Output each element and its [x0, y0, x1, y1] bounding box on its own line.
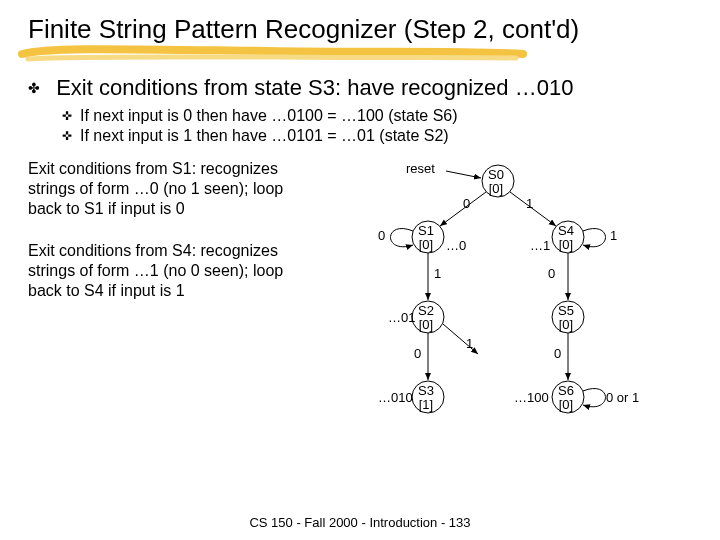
edge-s1-s2: 1 — [434, 267, 441, 281]
node-s6-name: S6 — [558, 383, 574, 398]
edge-s2-s3: 0 — [414, 347, 421, 361]
node-s5-name: S5 — [558, 303, 574, 318]
node-s0-out: [0] — [489, 181, 503, 196]
slide-title: Finite String Pattern Recognizer (Step 2… — [28, 14, 692, 45]
node-s3-name: S3 — [418, 383, 434, 398]
tag-s2: …01 — [388, 311, 415, 325]
edge-s4-loop: 1 — [610, 229, 617, 243]
node-s4-name: S4 — [558, 223, 574, 238]
node-s1-name: S1 — [418, 223, 434, 238]
node-s5-out: [0] — [559, 317, 573, 332]
node-s2-out: [0] — [419, 317, 433, 332]
state-diagram: reset S0[0] S1[0] S4[0] S2[0] S5[0] S3[1… — [288, 159, 692, 429]
node-s0-name: S0 — [488, 167, 504, 182]
edge-s2-out1: 1 — [466, 337, 473, 351]
node-s2-name: S2 — [418, 303, 434, 318]
edge-s1-loop: 0 — [378, 229, 385, 243]
bullet-main: Exit conditions from state S3: have reco… — [28, 75, 692, 145]
node-s1-out: [0] — [419, 237, 433, 252]
sub-bullet-a: If next input is 0 then have …0100 = …10… — [62, 107, 692, 125]
title-underline — [28, 47, 692, 61]
para-s4: Exit conditions from S4: recognizes stri… — [28, 241, 288, 301]
para-s1: Exit conditions from S1: recognizes stri… — [28, 159, 288, 219]
bullet-main-text: Exit conditions from state S3: have reco… — [56, 75, 573, 100]
tag-s6: …100 — [514, 391, 549, 405]
svg-line-7 — [446, 171, 481, 178]
edge-s0-s1: 0 — [463, 197, 470, 211]
node-s6-out: [0] — [559, 397, 573, 412]
tag-s4: …1 — [530, 239, 550, 253]
sub-bullet-b: If next input is 1 then have …0101 = …01… — [62, 127, 692, 145]
edge-s0-s4: 1 — [526, 197, 533, 211]
diagram-edges — [288, 159, 688, 429]
node-s4-out: [0] — [559, 237, 573, 252]
reset-label: reset — [406, 162, 435, 176]
slide-footer: CS 150 - Fall 2000 - Introduction - 133 — [0, 515, 720, 530]
edge-s5-s6: 0 — [554, 347, 561, 361]
tag-s1: …0 — [446, 239, 466, 253]
edge-s6-loop: 0 or 1 — [606, 391, 639, 405]
node-s3-out: [1] — [419, 397, 433, 412]
edge-s4-s5: 0 — [548, 267, 555, 281]
tag-s3: …010 — [378, 391, 413, 405]
